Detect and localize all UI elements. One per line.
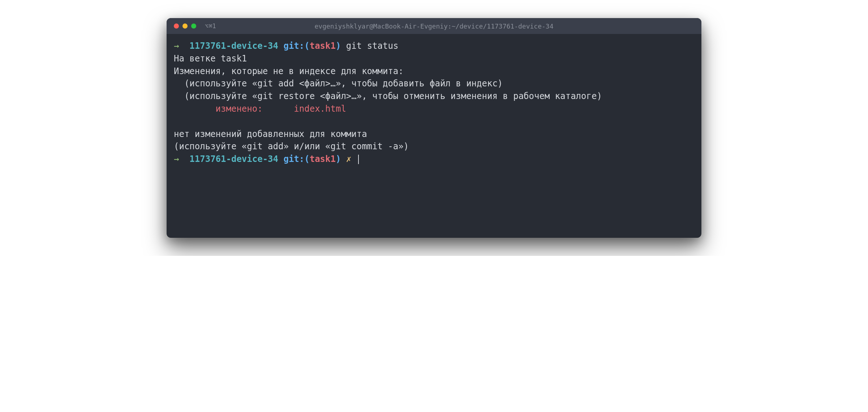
- output-line: нет изменений добавленных для коммита: [174, 129, 367, 139]
- output-line: (используйте «git add <файл>…», чтобы до…: [174, 78, 503, 89]
- git-close: ): [336, 154, 341, 164]
- command-text: git status: [346, 41, 399, 51]
- changed-file: index.html: [294, 104, 346, 114]
- changed-label: изменено:: [174, 104, 294, 114]
- prompt-directory: 1173761-device-34: [189, 41, 278, 51]
- git-close: ): [336, 41, 341, 51]
- terminal-content[interactable]: → 1173761-device-34 git:(task1) git stat…: [167, 34, 701, 238]
- traffic-lights: [174, 23, 196, 29]
- prompt-arrow-icon: →: [174, 41, 179, 51]
- git-label: git:(: [283, 41, 309, 51]
- close-button[interactable]: [174, 23, 179, 29]
- cursor: [358, 155, 359, 164]
- window-title: evgeniyshklyar@MacBook-Air-Evgeniy:~/dev…: [314, 22, 553, 30]
- tab-shortcut-label: ⌥⌘1: [205, 22, 216, 30]
- maximize-button[interactable]: [191, 23, 196, 29]
- git-branch: task1: [310, 154, 336, 164]
- output-line: Изменения, которые не в индексе для комм…: [174, 66, 404, 76]
- terminal-window: ⌥⌘1 evgeniyshklyar@MacBook-Air-Evgeniy:~…: [167, 18, 701, 238]
- dirty-indicator-icon: ✗: [346, 154, 351, 164]
- git-label: git:(: [283, 154, 309, 164]
- git-branch: task1: [310, 41, 336, 51]
- prompt-directory: 1173761-device-34: [189, 154, 278, 164]
- prompt-arrow-icon: →: [174, 154, 179, 164]
- output-line: (используйте «git add» и/или «git commit…: [174, 141, 409, 151]
- title-bar: ⌥⌘1 evgeniyshklyar@MacBook-Air-Evgeniy:~…: [167, 18, 701, 34]
- output-line: (используйте «git restore <файл>…», чтоб…: [174, 91, 602, 101]
- output-line: На ветке task1: [174, 53, 247, 64]
- minimize-button[interactable]: [182, 23, 188, 29]
